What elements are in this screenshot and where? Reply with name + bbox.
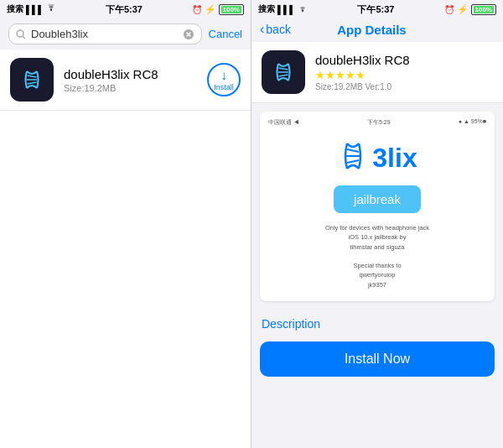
right-wifi-icon [298, 5, 308, 13]
left-alarm-icon: ⏰ [192, 5, 202, 14]
left-carrier: 搜索 [7, 3, 23, 15]
right-bluetooth-icon: ⚡ [457, 4, 469, 15]
right-status-left: 搜索 ▌▌▌ [258, 3, 308, 15]
cancel-button[interactable]: Cancel [209, 28, 242, 40]
phone-status-mini: 中国联通 ◀ 下午5:29 ● ▲ 95%■ [268, 118, 486, 127]
right-status-right: ⏰ ⚡ 100% [444, 4, 496, 15]
app-meta: Size:19.2MB Ver:1.0 [315, 82, 493, 91]
jailbreak-btn-wrap: jailbreak [268, 182, 486, 220]
search-icon [16, 29, 26, 39]
list-item: doubleH3lix RC8 Size:19.2MB ↓ Install [0, 49, 251, 111]
desc-line-4: Special thanks to [277, 261, 478, 270]
right-status-bar: 搜索 ▌▌▌ 下午5:37 ⏰ ⚡ 100% [252, 0, 503, 18]
app-icon-right [262, 50, 305, 94]
right-panel: 搜索 ▌▌▌ 下午5:37 ⏰ ⚡ 100% ‹ back App Detail… [252, 0, 503, 448]
right-alarm-icon: ⏰ [444, 5, 454, 14]
description-section: Description [252, 310, 503, 335]
phone-status-left: 中国联通 ◀ [268, 118, 299, 127]
left-battery-icon: 100% [219, 4, 244, 15]
screenshot-phone: 中国联通 ◀ 下午5:29 ● ▲ 95%■ [260, 112, 495, 301]
app-header-right: doubleH3lix RC8 ★★★★★ Size:19.2MB Ver:1.… [252, 42, 503, 103]
right-nav-bar: ‹ back App Details [252, 18, 503, 42]
app-stars: ★★★★★ [315, 69, 493, 81]
screenshot-area: 中国联通 ◀ 下午5:29 ● ▲ 95%■ [260, 112, 495, 301]
left-panel: 搜索 ▌▌▌ 下午5:37 ⏰ ⚡ 100% [0, 0, 252, 448]
description-label: Description [262, 317, 320, 331]
install-label: Install [214, 83, 234, 91]
dna-icon-large [337, 140, 369, 175]
app-name-left: doubleH3lix RC8 [64, 67, 197, 81]
left-status-left: 搜索 ▌▌▌ [7, 3, 56, 15]
phone-description: Only for devices with headphone jack iOS… [268, 220, 486, 293]
app-details-info: doubleH3lix RC8 ★★★★★ Size:19.2MB Ver:1.… [315, 53, 493, 91]
app-title-large: 3lix [372, 144, 417, 171]
desc-line-1: Only for devices with headphone jack [277, 223, 478, 232]
left-result-list: doubleH3lix RC8 Size:19.2MB ↓ Install [0, 49, 251, 448]
app-size-left: Size:19.2MB [64, 83, 197, 93]
left-signal: ▌▌▌ [26, 5, 44, 14]
left-status-time: 下午5:37 [106, 3, 143, 16]
right-carrier: 搜索 [258, 3, 275, 15]
download-icon: ↓ [220, 69, 227, 82]
svg-line-1 [23, 36, 25, 39]
app-info-left: doubleH3lix RC8 Size:19.2MB [64, 67, 197, 93]
desc-line-6: jk9357 [277, 280, 478, 289]
phone-status-right: ● ▲ 95%■ [459, 118, 486, 127]
svg-point-0 [17, 30, 23, 37]
right-content: doubleH3lix RC8 ★★★★★ Size:19.2MB Ver:1.… [252, 42, 503, 448]
install-now-button[interactable]: Install Now [260, 341, 495, 377]
svg-line-13 [347, 149, 359, 152]
left-status-right: ⏰ ⚡ 100% [192, 4, 244, 15]
nav-title: App Details [337, 23, 407, 37]
desc-line-2: iOS 10.x jailbreak by [277, 232, 478, 242]
svg-line-15 [347, 160, 359, 163]
search-input[interactable] [31, 28, 178, 40]
app-name-right: doubleH3lix RC8 [315, 53, 493, 67]
left-status-bar: 搜索 ▌▌▌ 下午5:37 ⏰ ⚡ 100% [0, 0, 251, 18]
desc-line-3: tihmstar and siguza [277, 242, 478, 252]
clear-icon[interactable] [183, 29, 194, 40]
left-wifi-icon [46, 4, 56, 14]
phone-app-logo: 3lix [268, 132, 486, 182]
chevron-left-icon: ‹ [260, 22, 264, 37]
app-icon-left [10, 58, 54, 102]
left-search-input-wrap[interactable] [8, 23, 202, 44]
jailbreak-button: jailbreak [334, 185, 421, 213]
right-battery-icon: 100% [471, 4, 496, 15]
phone-status-time: 下午5:29 [367, 118, 391, 127]
right-signal: ▌▌▌ [277, 5, 295, 14]
back-button[interactable]: ‹ back [260, 22, 291, 37]
back-label: back [266, 23, 291, 36]
left-bluetooth-icon: ⚡ [205, 4, 216, 15]
desc-line-5: qwertyoruiop [277, 270, 478, 279]
right-status-time: 下午5:37 [357, 3, 394, 16]
install-button[interactable]: ↓ Install [207, 63, 241, 96]
left-search-bar: Cancel [0, 18, 251, 49]
